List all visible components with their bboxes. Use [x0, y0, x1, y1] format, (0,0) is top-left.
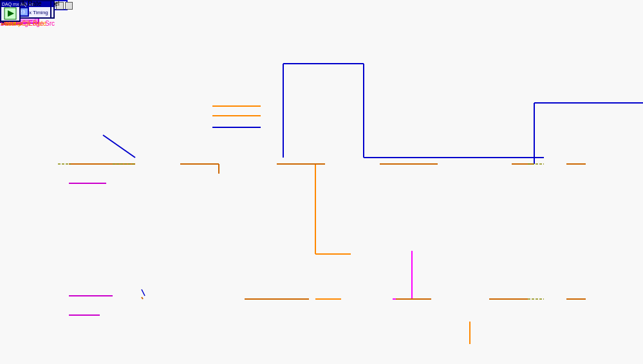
svg-line-35	[142, 289, 145, 296]
wire-layer	[0, 0, 643, 364]
daqmx-header-far-right-lower: DAQ mx	[1, 1, 19, 7]
svg-line-36	[142, 297, 143, 299]
block-diagram-canvas: Continuous Samples maximum value DBL min…	[0, 0, 643, 364]
daqmx-block-far-right-lower: DAQ mx	[0, 0, 21, 22]
svg-line-11	[103, 135, 135, 158]
